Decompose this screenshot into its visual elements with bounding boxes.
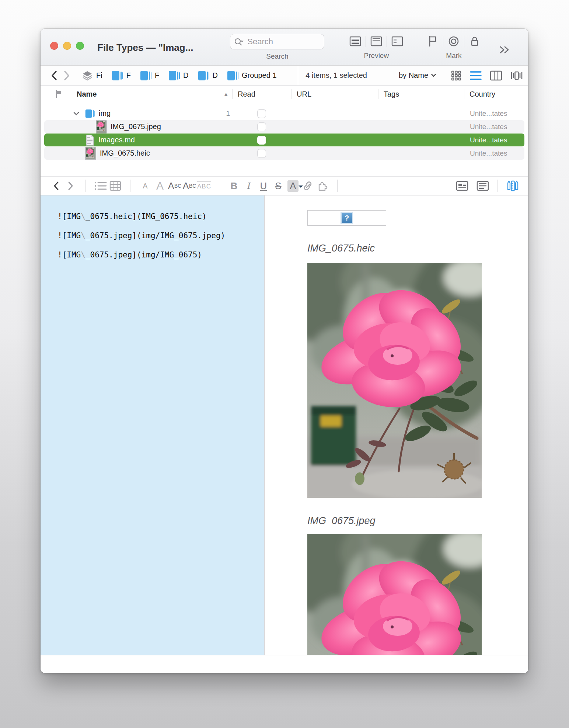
- overline-caps-button[interactable]: ABC: [197, 178, 212, 193]
- icon-view-button[interactable]: [451, 70, 462, 81]
- favorites-item-label: D: [183, 71, 188, 80]
- link-icon: [302, 181, 314, 191]
- editor-forward-button[interactable]: [63, 178, 78, 193]
- search-group: Search: [230, 34, 324, 60]
- column-view-button[interactable]: [490, 70, 502, 81]
- item-country: Unite...tates: [464, 136, 524, 144]
- table-row-heic[interactable]: IMG_0675.heic Unite...tates: [44, 147, 524, 160]
- favorites-item-2[interactable]: F: [140, 70, 159, 81]
- disclosure-chevron-icon[interactable]: [71, 112, 81, 115]
- read-column-header[interactable]: Read: [232, 89, 291, 99]
- item-name: IMG_0675.heic: [100, 149, 150, 157]
- image-caption: IMG_0675.jpeg: [307, 515, 528, 527]
- show-text-only-button[interactable]: [475, 178, 490, 193]
- group-icon: [168, 70, 180, 81]
- zoom-window-button[interactable]: [76, 42, 84, 50]
- read-checkbox[interactable]: [257, 109, 266, 118]
- read-checkbox[interactable]: [257, 149, 266, 158]
- more-toolbar-button[interactable]: [498, 44, 511, 55]
- favorites-item-filetypes[interactable]: Fi: [82, 70, 102, 81]
- navigation-bar: Fi F F D D Grouped 1 4 items, 1 selected…: [41, 66, 528, 86]
- group-icon: [85, 108, 95, 119]
- item-country: Unite...tates: [464, 110, 524, 118]
- app-window: File Types — "Imag... Search: [41, 29, 528, 673]
- highlight-color-button[interactable]: A: [286, 178, 300, 193]
- sort-ascending-icon[interactable]: ▲: [223, 91, 228, 97]
- group-icon: [111, 70, 123, 81]
- favorites-item-label: Fi: [96, 71, 102, 80]
- table-row-img[interactable]: img 1 Unite...tates: [44, 107, 524, 120]
- view-mode-buttons: [451, 70, 523, 81]
- editor-toolbar: A A ABC ABC ABC B I U S A: [41, 176, 528, 195]
- table-icon: [109, 181, 121, 191]
- preview-group: Preview: [345, 34, 408, 60]
- superscript-button[interactable]: ABC: [182, 178, 197, 193]
- favorites-item-label: Grouped 1: [242, 71, 277, 80]
- show-info-panel-button[interactable]: [455, 178, 469, 193]
- favorites-item-1[interactable]: F: [111, 70, 131, 81]
- missing-image-icon: ?: [341, 212, 353, 224]
- underline-button[interactable]: U: [256, 178, 271, 193]
- puzzle-icon: [317, 180, 328, 191]
- label-button[interactable]: [443, 34, 464, 49]
- sort-dropdown[interactable]: by Name: [399, 71, 436, 80]
- tags-column-header[interactable]: Tags: [378, 89, 464, 99]
- search-input[interactable]: [247, 37, 320, 47]
- flag-button[interactable]: [422, 34, 443, 49]
- italic-button[interactable]: I: [241, 178, 256, 193]
- group-icon: [198, 70, 209, 81]
- table-row-markdown-selected[interactable]: Images.md Unite...tates: [44, 134, 524, 146]
- bullet-list-icon: [94, 181, 107, 191]
- flag-column-header[interactable]: [41, 89, 71, 99]
- item-country: Unite...tates: [464, 149, 524, 157]
- subscript-button[interactable]: ABC: [167, 178, 182, 193]
- preview-group-label: Preview: [364, 52, 389, 60]
- item-list: img 1 Unite...tates IMG_0675.jpeg Unite.…: [41, 103, 528, 160]
- forward-button[interactable]: [60, 70, 73, 81]
- chevron-right-icon: [63, 70, 70, 81]
- side-by-side-editor-button[interactable]: [505, 178, 520, 193]
- editor-back-button[interactable]: [49, 178, 63, 193]
- search-field[interactable]: [230, 34, 324, 49]
- plugin-button[interactable]: [315, 178, 330, 193]
- pencil-ruler-icon: [506, 180, 519, 192]
- smaller-text-button[interactable]: A: [138, 178, 153, 193]
- coverflow-view-icon: [510, 70, 523, 81]
- name-column-header[interactable]: Name ▲: [71, 89, 232, 99]
- larger-text-button[interactable]: A: [153, 178, 167, 193]
- favorites-item-grouped1[interactable]: Grouped 1: [227, 70, 277, 81]
- url-column-header[interactable]: URL: [291, 89, 378, 99]
- chevron-down-icon: [431, 74, 436, 77]
- lock-button[interactable]: [464, 34, 485, 49]
- chevron-right-icon: [68, 181, 74, 191]
- preview-full-button[interactable]: [345, 34, 366, 49]
- list-view-button[interactable]: [470, 71, 482, 80]
- markdown-source-editor[interactable]: ![IMG\_0675.heic](IMG_0675.heic) ![IMG\_…: [41, 195, 265, 655]
- chevron-left-icon: [53, 181, 59, 191]
- bullet-list-button[interactable]: [93, 178, 108, 193]
- image-thumbnail: [96, 120, 107, 134]
- sort-dropdown-label: by Name: [399, 71, 428, 80]
- item-name: Images.md: [98, 136, 135, 144]
- favorites-item-4[interactable]: D: [198, 70, 218, 81]
- lock-icon: [469, 35, 480, 47]
- country-column-header[interactable]: Country: [464, 89, 528, 99]
- favorites-item-label: D: [213, 71, 218, 80]
- bold-button[interactable]: B: [227, 178, 241, 193]
- preview-header-button[interactable]: [366, 34, 387, 49]
- read-checkbox[interactable]: [257, 136, 266, 145]
- table-row-jpeg[interactable]: IMG_0675.jpeg Unite...tates: [44, 120, 524, 133]
- coverflow-view-button[interactable]: [510, 70, 523, 81]
- strikethrough-button[interactable]: S: [271, 178, 286, 193]
- table-button[interactable]: [108, 178, 123, 193]
- read-checkbox[interactable]: [257, 122, 266, 131]
- back-button[interactable]: [48, 70, 60, 81]
- markdown-preview[interactable]: ? IMG_0675.heic IMG_0675.jpeg: [265, 195, 528, 655]
- mark-group: Mark: [422, 34, 485, 60]
- search-icon: [234, 38, 244, 46]
- close-window-button[interactable]: [50, 42, 58, 50]
- source-line: ![IMG\_0675.jpeg](img/IMG_0675): [57, 250, 264, 260]
- preview-sidebar-button[interactable]: [387, 34, 408, 49]
- minimize-window-button[interactable]: [63, 42, 71, 50]
- favorites-item-3[interactable]: D: [168, 70, 188, 81]
